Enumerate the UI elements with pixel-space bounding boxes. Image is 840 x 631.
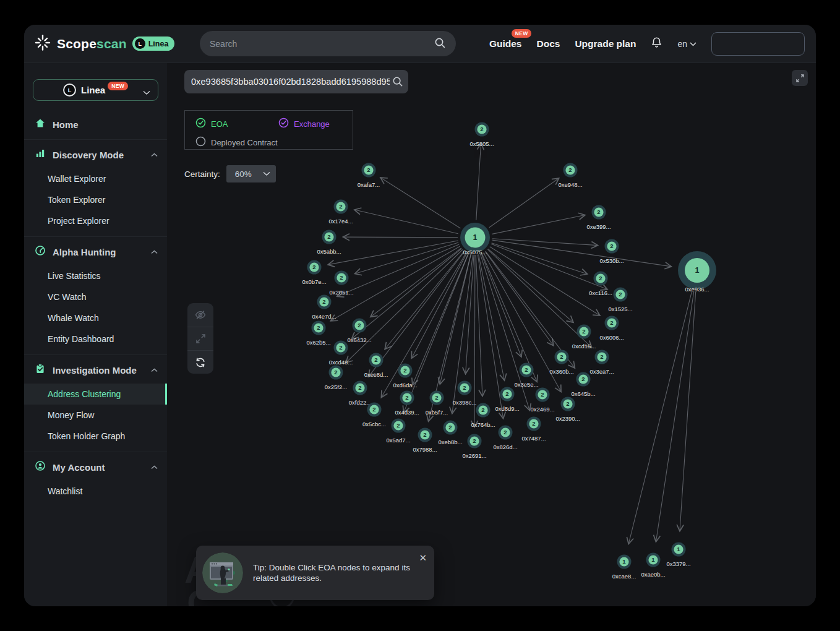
svg-text:2: 2 <box>610 243 613 249</box>
fullscreen-button[interactable] <box>792 70 808 86</box>
graph-node-0x2469[interactable]: 20x2469... <box>530 388 554 413</box>
svg-text:2: 2 <box>505 390 508 397</box>
graph-node-0x2051[interactable]: 20x2051... <box>329 271 353 296</box>
sidebar-item-whale-watch[interactable]: Whale Watch <box>24 307 167 328</box>
bar-chart-icon <box>35 148 46 161</box>
sidebar-item-vc-watch[interactable]: VC Watch <box>24 286 167 307</box>
bell-icon[interactable] <box>651 36 662 51</box>
graph-node-label: 0x2691... <box>462 452 486 459</box>
nav-upgrade-plan[interactable]: Upgrade plan <box>575 38 636 49</box>
sidebar-item-my-account[interactable]: My Account <box>24 453 167 481</box>
svg-text:2: 2 <box>396 422 400 429</box>
graph-node-0x5cbc[interactable]: 20x5cbc... <box>362 403 386 427</box>
nav-docs[interactable]: Docs <box>536 38 560 49</box>
user-icon <box>35 460 46 474</box>
filter-deployed-contract[interactable]: Deployed Contract <box>195 136 278 148</box>
graph-node-0x4e7d[interactable]: 20x4e7d... <box>312 295 336 320</box>
svg-text:2: 2 <box>532 420 535 427</box>
brand[interactable]: Scopescan L Linea <box>34 34 174 54</box>
language-selector[interactable]: en <box>677 39 696 49</box>
address-input[interactable]: 0xe93685f3bba03016f02bd1828badd6195988d9… <box>184 70 408 93</box>
svg-text:2: 2 <box>566 400 569 407</box>
tip-illustration <box>202 552 243 593</box>
guides-new-badge: NEW <box>512 29 532 38</box>
graph-node-label: 0xcd15... <box>572 343 596 350</box>
sidebar-item-wallet-explorer[interactable]: Wallet Explorer <box>24 168 167 189</box>
sidebar-item-investigation-mode[interactable]: Investigation Mode <box>24 356 167 384</box>
graph-node-0x3ea7[interactable]: 20x3ea7... <box>589 350 614 375</box>
global-search-input[interactable]: Search <box>200 31 456 56</box>
graph-node-0x25f2[interactable]: 20x25f2... <box>325 366 347 390</box>
graph-node-0x5075[interactable]: 10x5075... <box>460 223 490 255</box>
refresh-button[interactable] <box>187 350 213 374</box>
graph-node-0x7487[interactable]: 20x7487... <box>521 417 546 442</box>
graph-node-0x826d[interactable]: 20x826d... <box>493 426 517 450</box>
graph-node-0xcd48[interactable]: 20xcd48... <box>329 341 353 366</box>
sidebar-item-home[interactable]: Home <box>24 111 167 138</box>
graph-node-0xeb8b[interactable]: 20xeb8b... <box>438 421 462 445</box>
graph-node-0xcd15[interactable]: 20xcd15... <box>572 325 596 350</box>
graph-node-0x17e4[interactable]: 20x17e4... <box>328 200 353 225</box>
graph-node-0x4d39[interactable]: 20x4d39... <box>395 391 419 416</box>
sidebar-item-token-explorer[interactable]: Token Explorer <box>24 189 167 210</box>
graph-node-0xe399[interactable]: 20xe399... <box>586 205 611 230</box>
tip-text: Tip: Double Click EOA nodes to expand it… <box>253 562 412 583</box>
graph-node-label: 0x3ea7... <box>589 368 614 375</box>
sidebar-item-entity-dashboard[interactable]: Entity Dashboard <box>24 328 167 350</box>
graph-node-0x645b[interactable]: 20x645b... <box>571 372 595 397</box>
graph-node-0x2390[interactable]: 20x2390... <box>555 397 580 422</box>
graph-node-0x5abb[interactable]: 20x5abb... <box>317 230 341 255</box>
sidebar-item-money-flow[interactable]: Money Flow <box>24 405 167 426</box>
graph-node-0x2691[interactable]: 20x2691... <box>462 434 486 459</box>
graph-node-label: 0x62b5... <box>306 339 330 346</box>
close-icon[interactable]: ✕ <box>419 553 427 562</box>
sidebar-item-discovery-mode[interactable]: Discovery Mode <box>24 141 167 168</box>
sidebar-item-address-clustering[interactable]: Address Clustering <box>24 384 167 405</box>
svg-text:2: 2 <box>403 367 406 374</box>
graph-node-0xfd22[interactable]: 20xfd22... <box>349 381 371 406</box>
sidebar-section-label: Home <box>53 119 158 130</box>
sidebar-item-alpha-hunting[interactable]: Alpha Hunting <box>24 238 167 265</box>
sidebar-item-watchlist[interactable]: Watchlist <box>24 481 167 502</box>
graph-edge <box>380 178 460 228</box>
graph-node-0x6432[interactable]: 20x6432... <box>347 319 371 343</box>
nav-guides[interactable]: NEW Guides <box>489 38 522 49</box>
hide-nodes-button[interactable] <box>187 303 213 327</box>
graph-node-0xd6da[interactable]: 20xd6da... <box>393 364 417 388</box>
certainty-dropdown[interactable]: 60% <box>226 165 276 182</box>
graph-node-0xce8d[interactable]: 20xce8d... <box>364 353 388 378</box>
graph-node-0x3e5e[interactable]: 20x3e5e... <box>514 363 538 388</box>
graph-node-0xcae8[interactable]: 10xcae8... <box>612 555 636 580</box>
graph-node-0xae0b[interactable]: 10xae0b... <box>641 553 665 578</box>
svg-text:2: 2 <box>481 406 484 413</box>
network-select[interactable]: L Linea NEW <box>33 79 158 101</box>
graph-node-0x62b5[interactable]: 20x62b5... <box>306 321 330 346</box>
graph-node-0x5805[interactable]: 20x5805... <box>469 122 494 147</box>
filter-exchange[interactable]: Exchange <box>278 118 330 130</box>
graph-node-0xe936[interactable]: 10xe936... <box>678 251 716 293</box>
graph-node-0x0b7e[interactable]: 20x0b7e... <box>302 260 326 285</box>
filter-eoa[interactable]: EOA <box>195 118 278 130</box>
graph-node-0xe948[interactable]: 20xe948... <box>558 163 582 188</box>
graph-node-0x5ad7[interactable]: 20x5ad7... <box>386 419 410 444</box>
sidebar-item-live-statistics[interactable]: Live Statistics <box>24 265 167 286</box>
graph-node-label: 0x6432... <box>347 337 371 343</box>
graph-node-0x3379[interactable]: 10x3379... <box>666 543 690 567</box>
graph-node-label: 0x2469... <box>530 406 554 413</box>
expand-graph-button[interactable] <box>187 327 213 350</box>
wallet-connect-button[interactable] <box>711 32 805 56</box>
graph-node-0x6006[interactable]: 20x6006... <box>599 316 624 341</box>
graph-canvas[interactable]: 10x5075...10xe936...20x5805...20xafa7...… <box>167 63 816 606</box>
search-icon[interactable] <box>392 76 403 90</box>
graph-node-0x530b[interactable]: 20x530b... <box>599 239 624 264</box>
svg-text:2: 2 <box>473 437 476 444</box>
svg-text:2: 2 <box>334 369 337 376</box>
graph-node-0xafa7[interactable]: 20xafa7... <box>358 163 380 188</box>
sidebar-item-project-explorer[interactable]: Project Explorer <box>24 210 167 231</box>
graph-node-0x7988[interactable]: 20x7988... <box>413 428 437 453</box>
linea-logo-icon: L <box>63 84 76 97</box>
graph-node-0xb5f7[interactable]: 20xb5f7... <box>426 391 448 416</box>
sidebar-item-token-holder-graph[interactable]: Token Holder Graph <box>24 426 167 447</box>
filter-label: Deployed Contract <box>211 138 278 147</box>
graph-edge <box>492 243 588 274</box>
